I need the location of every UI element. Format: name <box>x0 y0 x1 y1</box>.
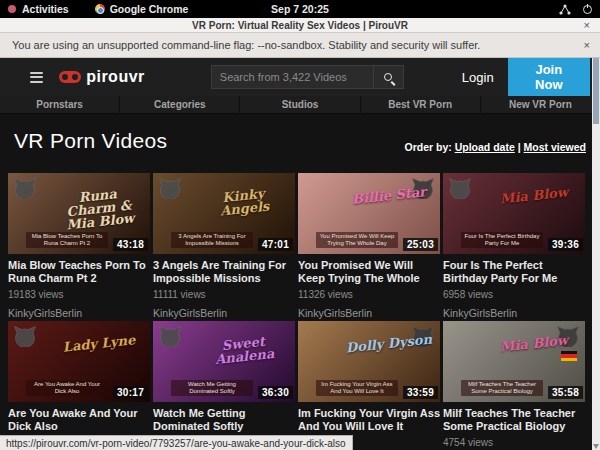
studio-link[interactable]: KinkyGirlsBerlin <box>153 307 295 319</box>
video-card[interactable]: Mia Blow Four Is The Perfect Birthday Pa… <box>443 173 585 318</box>
thumbnail-caption: Im Fucking Your Virgin Ass And You Will … <box>316 380 398 396</box>
video-thumbnail[interactable]: Sweet Analena Watch Me Getting Dominated… <box>153 321 295 402</box>
scrollbar-down-arrow-icon[interactable] <box>593 444 599 449</box>
video-card[interactable]: Dolly Dyson Im Fucking Your Virgin Ass A… <box>298 321 440 450</box>
thumbnail-caption: You Promised We Will Keep Trying The Who… <box>316 232 398 248</box>
video-thumbnail[interactable]: Lady Lyne Are You Awake And Your Dick Al… <box>8 321 150 402</box>
duration-badge: 35:58 <box>548 386 583 399</box>
studio-cat-logo-icon <box>13 177 37 199</box>
warning-bar: You are using an unsupported command-lin… <box>0 33 600 58</box>
video-title-link[interactable]: Im Fucking Your Virgin Ass And You Will … <box>298 407 440 433</box>
studio-link[interactable]: KinkyGirlsBerlin <box>443 307 585 319</box>
system-bar: Activities Google Chrome Sep 7 20:25 <box>0 0 600 18</box>
video-title-link[interactable]: Four Is The Perfect Birthday Party For M… <box>443 259 585 285</box>
video-card[interactable]: Billie Star You Promised We Will Keep Tr… <box>298 173 440 318</box>
clock[interactable]: Sep 7 20:25 <box>0 3 600 15</box>
order-upload-date-link[interactable]: Upload date <box>455 141 515 153</box>
duration-badge: 25:03 <box>403 238 438 251</box>
nav-best-vr-porn[interactable]: Best VR Porn <box>361 96 481 113</box>
search-form <box>211 65 404 89</box>
thumbnail-performer-text: Kinky Angels <box>198 184 290 219</box>
recording-dot-icon <box>8 5 16 13</box>
thumbnail-caption: Four Is The Perfect Birthday Party For M… <box>461 232 543 248</box>
video-title-link[interactable]: Mia Blow Teaches Porn To Runa Charm Pt 2 <box>8 259 150 285</box>
video-card[interactable]: Mia Blow Milf Teaches The Teacher Some P… <box>443 321 585 450</box>
video-title-link[interactable]: Are You Awake And Your Dick Also <box>8 407 150 433</box>
join-now-button[interactable]: Join Now <box>508 56 590 98</box>
scrollbar[interactable] <box>592 58 600 450</box>
video-title-link[interactable]: You Promised We Will Keep Trying The Who… <box>298 259 440 285</box>
video-card[interactable]: Kinky Angels 3 Angels Are Training For I… <box>153 173 295 318</box>
video-title-link[interactable]: Milf Teaches The Teacher Some Practical … <box>443 407 585 433</box>
studio-cat-logo-icon <box>13 325 37 347</box>
thumbnail-caption: Watch Me Getting Dominated Softly <box>171 380 253 396</box>
network-icon[interactable] <box>559 4 571 15</box>
video-views: 19183 views <box>8 289 150 300</box>
video-title-link[interactable]: 3 Angels Are Training For Impossible Mis… <box>153 259 295 285</box>
thumbnail-caption: Mia Blow Teaches Porn To Runa Charm Pt 2 <box>26 232 108 248</box>
activities-button[interactable]: Activities <box>22 3 69 15</box>
video-thumbnail[interactable]: Billie Star You Promised We Will Keep Tr… <box>298 173 440 254</box>
studio-cat-logo-icon <box>158 325 182 347</box>
german-flag-icon <box>561 351 577 361</box>
search-icon <box>384 73 392 81</box>
duration-badge: 30:17 <box>113 386 148 399</box>
studio-cat-logo-icon <box>448 177 472 199</box>
video-views: 11326 views <box>298 289 440 300</box>
thumbnail-caption: Milf Teaches The Teacher Some Practical … <box>461 380 543 396</box>
video-views: 4754 views <box>443 437 585 448</box>
video-thumbnail[interactable]: Mia Blow Four Is The Perfect Birthday Pa… <box>443 173 585 254</box>
video-thumbnail[interactable]: Kinky Angels 3 Angels Are Training For I… <box>153 173 295 254</box>
app-menu-button[interactable]: Google Chrome <box>110 3 189 15</box>
studio-link[interactable]: KinkyGirlsBerlin <box>8 307 150 319</box>
warning-text: You are using an unsupported command-lin… <box>12 39 480 51</box>
tab-close-icon[interactable]: × <box>584 19 590 31</box>
content: VR Porn Videos Order by: Upload date | M… <box>0 114 600 450</box>
video-card[interactable]: Runa Charm & Mia Blow Mia Blow Teaches P… <box>8 173 150 318</box>
order-separator: | <box>518 141 521 153</box>
vr-goggles-icon <box>59 71 81 83</box>
video-title-link[interactable]: Watch Me Getting Dominated Softly <box>153 407 295 433</box>
warning-close-icon[interactable]: × <box>584 39 590 51</box>
order-most-viewed-link[interactable]: Most viewed <box>524 141 586 153</box>
studio-cat-logo-icon <box>158 177 182 199</box>
status-url: https://pirouvr.com/vr-porn-video/779325… <box>6 438 346 449</box>
duration-badge: 36:30 <box>258 386 293 399</box>
studio-link[interactable]: KinkyGirlsBerlin <box>298 307 440 319</box>
duration-badge: 39:36 <box>548 238 583 251</box>
search-button[interactable] <box>374 65 404 89</box>
power-icon[interactable] <box>583 5 592 14</box>
thumbnail-performer-text: Sweet Analena <box>198 332 290 367</box>
menu-icon[interactable] <box>30 72 43 83</box>
page-title: VR Porn Videos <box>14 129 167 153</box>
video-views: 11111 views <box>153 289 295 300</box>
video-thumbnail[interactable]: Mia Blow Milf Teaches The Teacher Some P… <box>443 321 585 402</box>
nav-categories[interactable]: Categories <box>120 96 240 113</box>
video-thumbnail[interactable]: Runa Charm & Mia Blow Mia Blow Teaches P… <box>8 173 150 254</box>
video-grid: Runa Charm & Mia Blow Mia Blow Teaches P… <box>8 173 592 450</box>
screen: Activities Google Chrome Sep 7 20:25 VR … <box>0 0 600 450</box>
order-by-label: Order by: <box>404 141 451 153</box>
site-header: pirouvr Login Join Now <box>0 58 600 96</box>
main-nav: Pornstars Categories Studios Best VR Por… <box>0 96 600 114</box>
thumbnail-caption: 3 Angels Are Training For Impossible Mis… <box>171 232 253 248</box>
duration-badge: 43:18 <box>113 238 148 251</box>
nav-new-vr-porn[interactable]: New VR Porn <box>481 96 600 113</box>
site-logo[interactable]: pirouvr <box>59 68 145 86</box>
scrollbar-thumb[interactable] <box>593 58 599 124</box>
nav-studios[interactable]: Studios <box>240 96 360 113</box>
video-card[interactable]: Lady Lyne Are You Awake And Your Dick Al… <box>8 321 150 450</box>
login-link[interactable]: Login <box>462 70 494 85</box>
thumbnail-performer-text: Mia Blow <box>489 184 580 206</box>
video-thumbnail[interactable]: Dolly Dyson Im Fucking Your Virgin Ass A… <box>298 321 440 402</box>
duration-badge: 47:01 <box>258 238 293 251</box>
video-card[interactable]: Sweet Analena Watch Me Getting Dominated… <box>153 321 295 450</box>
search-input[interactable] <box>211 65 374 89</box>
order-by: Order by: Upload date | Most viewed <box>404 141 586 153</box>
chrome-icon <box>95 4 105 14</box>
thumbnail-performer-text: Runa Charm & Mia Blow <box>52 184 146 232</box>
duration-badge: 33:59 <box>403 386 438 399</box>
logo-text: pirouvr <box>86 68 145 86</box>
nav-pornstars[interactable]: Pornstars <box>0 96 120 113</box>
tab-title[interactable]: VR Porn: Virtual Reality Sex Videos | Pi… <box>192 20 408 31</box>
